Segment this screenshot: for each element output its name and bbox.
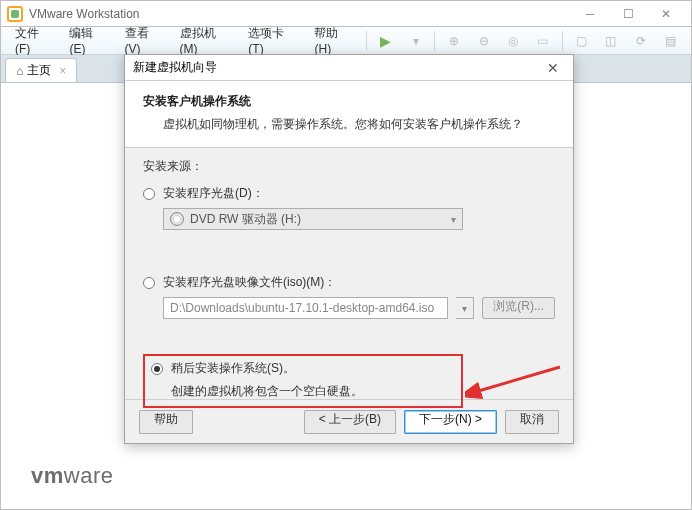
window-title: VMware Workstation [29,7,571,21]
option-label: 安装程序光盘映像文件(iso)(M)： [163,274,336,291]
tab-close-icon[interactable]: × [59,64,66,78]
help-button[interactable]: 帮助 [139,410,193,434]
dialog-header: 安装客户机操作系统 虚拟机如同物理机，需要操作系统。您将如何安装客户机操作系统？ [125,81,573,148]
drive-text: DVD RW 驱动器 (H:) [190,211,301,228]
dialog-footer: 帮助 < 上一步(B) 下一步(N) > 取消 [125,399,573,443]
svg-line-0 [475,367,560,392]
menu-edit[interactable]: 编辑(E) [61,27,116,54]
menu-vm[interactable]: 虚拟机(M) [172,27,241,54]
toolbar-icon[interactable]: ◫ [602,32,620,50]
toolbar-icon[interactable]: ▤ [661,32,679,50]
iso-path-row: D:\Downloads\ubuntu-17.10.1-desktop-amd6… [163,297,555,319]
option-iso-file[interactable]: 安装程序光盘映像文件(iso)(M)： [143,274,555,291]
home-icon: ⌂ [16,65,23,77]
app-icon [7,6,23,22]
drive-select[interactable]: DVD RW 驱动器 (H:) ▾ [163,208,463,230]
dialog-title: 新建虚拟机向导 [133,59,217,76]
dialog-close-button[interactable]: ✕ [541,60,565,76]
back-button[interactable]: < 上一步(B) [304,410,396,434]
chevron-down-icon[interactable]: ▾ [456,297,474,319]
radio-icon [143,277,155,289]
maximize-button[interactable]: ☐ [609,2,647,26]
toolbar-icon[interactable]: ▢ [573,32,591,50]
close-window-button[interactable]: ✕ [647,2,685,26]
source-label: 安装来源： [143,158,555,175]
menu-help[interactable]: 帮助(H) [306,27,362,54]
toolbar-icon[interactable]: ◎ [504,32,522,50]
new-vm-wizard-dialog: 新建虚拟机向导 ✕ 安装客户机操作系统 虚拟机如同物理机，需要操作系统。您将如何… [124,54,574,444]
play-icon[interactable]: ▶ [377,32,395,50]
separator [366,31,367,51]
dropdown-icon[interactable]: ▾ [407,32,425,50]
toolbar-icon[interactable]: ▭ [534,32,552,50]
dialog-titlebar: 新建虚拟机向导 ✕ [125,55,573,81]
tab-home[interactable]: ⌂ 主页 × [5,58,77,82]
vmware-logo: vmware [31,463,113,489]
radio-icon [143,188,155,200]
cancel-button[interactable]: 取消 [505,410,559,434]
annotation-arrow-icon [465,362,565,402]
menubar: 文件(F) 编辑(E) 查看(V) 虚拟机(M) 选项卡(T) 帮助(H) ▶ … [1,27,691,55]
tab-label: 主页 [27,62,51,79]
dialog-heading: 安装客户机操作系统 [143,93,555,110]
menu-tabs[interactable]: 选项卡(T) [240,27,306,54]
separator [434,31,435,51]
option-label: 稍后安装操作系统(S)。 [171,360,295,377]
dialog-body: 安装来源： 安装程序光盘(D)： DVD RW 驱动器 (H:) ▾ 安装程序光… [125,148,573,399]
option-installer-disc[interactable]: 安装程序光盘(D)： [143,185,555,202]
minimize-button[interactable]: ─ [571,2,609,26]
separator [562,31,563,51]
option-install-later[interactable]: 稍后安装操作系统(S)。 [151,360,363,377]
window-controls: ─ ☐ ✕ [571,2,685,26]
browse-button[interactable]: 浏览(R)... [482,297,555,319]
toolbar-icon[interactable]: ⊖ [475,32,493,50]
menu-view[interactable]: 查看(V) [117,27,172,54]
disc-icon [170,212,184,226]
next-button[interactable]: 下一步(N) > [404,410,497,434]
menu-file[interactable]: 文件(F) [7,27,61,54]
titlebar: VMware Workstation ─ ☐ ✕ [1,1,691,27]
option-install-later-group: 稍后安装操作系统(S)。 创建的虚拟机将包含一个空白硬盘。 [151,360,363,400]
radio-icon [151,363,163,375]
chevron-down-icon: ▾ [451,214,456,225]
option-label: 安装程序光盘(D)： [163,185,264,202]
dialog-subheading: 虚拟机如同物理机，需要操作系统。您将如何安装客户机操作系统？ [143,116,555,133]
iso-path-input[interactable]: D:\Downloads\ubuntu-17.10.1-desktop-amd6… [163,297,448,319]
option-note: 创建的虚拟机将包含一个空白硬盘。 [151,383,363,400]
toolbar-icon[interactable]: ⟳ [632,32,650,50]
toolbar-icon[interactable]: ⊕ [445,32,463,50]
